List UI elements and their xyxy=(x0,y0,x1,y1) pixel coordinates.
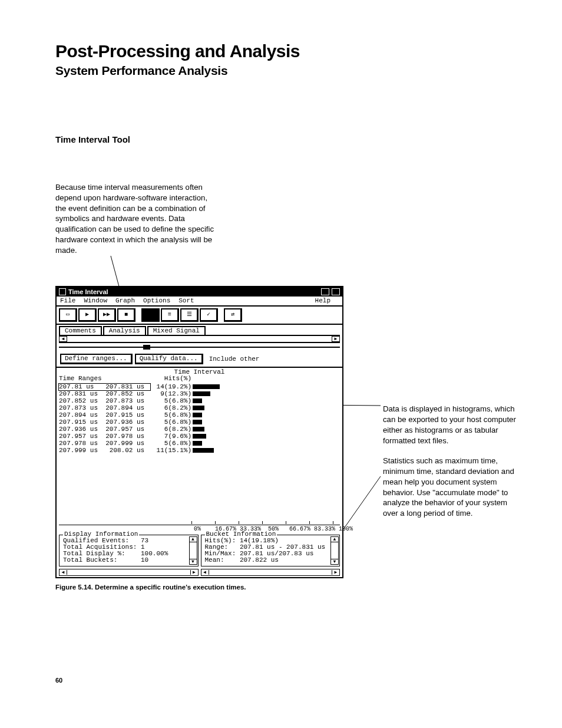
display-info-legend: Display Information xyxy=(63,531,139,538)
toolbar: ▭ ▶ ▶▶ ■ ≡ ☰ ✓ ⇄ xyxy=(57,307,342,325)
tab-comments[interactable]: Comments xyxy=(59,326,102,335)
menu-sort[interactable]: Sort xyxy=(178,298,194,304)
table-row[interactable]: 207.978 us 207.999 us5(6.8%) xyxy=(59,440,341,447)
range-cell: 207.81 us 207.831 us xyxy=(59,384,150,390)
tab-analysis[interactable]: Analysis xyxy=(103,326,146,335)
include-other-label[interactable]: Include other xyxy=(206,355,263,363)
histogram-bar xyxy=(193,420,202,424)
page-title: Post-Processing and Analysis xyxy=(55,41,521,61)
table-row[interactable]: 207.957 us 207.978 us7(9.6%) xyxy=(59,433,341,440)
bucket-mean: Mean: 207.822 us xyxy=(205,557,330,564)
table-row[interactable]: 207.831 us 207.852 us9(12.3%) xyxy=(59,390,341,397)
total-buckets: Total Buckets: 10 xyxy=(63,557,189,564)
hits-cell: 5(6.8%) xyxy=(150,412,191,419)
bucket-hscroll[interactable]: ◀▶ xyxy=(201,569,340,576)
table-row[interactable]: 207.894 us 207.915 us5(6.8%) xyxy=(59,411,341,419)
define-ranges-button[interactable]: Define ranges... xyxy=(60,354,133,364)
menu-bar: File Window Graph Options Sort Help xyxy=(57,297,342,307)
menu-file[interactable]: File xyxy=(60,298,75,304)
range-cell: 207.936 us 207.957 us xyxy=(59,426,150,433)
histogram-bar xyxy=(193,398,202,403)
hits-cell: 9(12.3%) xyxy=(150,391,191,397)
figure-caption: Figure 5.14. Determine a specific routin… xyxy=(55,584,246,591)
histogram-bar xyxy=(193,441,202,446)
open-icon[interactable]: ▭ xyxy=(59,308,77,322)
table-row[interactable]: 207.999 us 208.02 us11(15.1%) xyxy=(59,447,341,454)
page-subtitle: System Performance Analysis xyxy=(55,64,521,78)
range-cell: 207.957 us 207.978 us xyxy=(59,433,150,440)
menu-help[interactable]: Help xyxy=(315,298,330,304)
histogram-bar xyxy=(193,384,220,389)
window-sysmenu-icon[interactable] xyxy=(59,288,66,295)
menu-options[interactable]: Options xyxy=(143,298,170,304)
hits-cell: 6(8.2%) xyxy=(150,426,191,433)
check-icon[interactable]: ✓ xyxy=(200,308,218,322)
tab-scrollbar[interactable]: ◀▶ xyxy=(59,335,340,343)
range-cell: 207.852 us 207.873 us xyxy=(59,398,150,404)
range-cell: 207.873 us 207.894 us xyxy=(59,405,150,411)
bucket-scrollbar[interactable]: ▲▼ xyxy=(330,536,339,565)
histogram-bar xyxy=(193,427,204,431)
hits-cell: 14(19.2%) xyxy=(150,384,191,390)
intro-paragraph: Because time interval measurements often… xyxy=(55,182,216,256)
hits-cell: 7(9.6%) xyxy=(150,433,191,440)
display-scrollbar[interactable]: ▲▼ xyxy=(189,536,197,565)
column-time-ranges: Time Ranges xyxy=(59,375,150,382)
histogram-bar xyxy=(193,448,214,453)
qualify-data-button[interactable]: Qualify data... xyxy=(135,354,203,364)
range-cell: 207.915 us 207.936 us xyxy=(59,419,150,426)
hits-cell: 6(8.2%) xyxy=(150,405,191,411)
window-titlebar[interactable]: Time Interval xyxy=(57,287,342,297)
table-row[interactable]: 207.936 us 207.957 us6(8.2%) xyxy=(59,426,341,433)
column-hits: Hits(%) xyxy=(150,375,191,382)
hits-cell: 5(6.8%) xyxy=(150,419,191,426)
bucket-info-legend: Bucket Information xyxy=(205,531,277,538)
page-number: 60 xyxy=(55,677,62,684)
column-headers: Time Ranges Hits(%) xyxy=(57,375,342,383)
hits-cell: 5(6.8%) xyxy=(150,398,191,404)
window-title: Time Interval xyxy=(68,289,108,295)
annotation-statistics: Statistics such as maximum time, minimum… xyxy=(383,456,524,519)
histogram-bar xyxy=(193,391,210,396)
histogram-bar xyxy=(193,406,204,410)
range-cell: 207.831 us 207.852 us xyxy=(59,391,150,397)
menu-window[interactable]: Window xyxy=(84,298,107,304)
display-information-panel: Display Information Qualified Events: 73… xyxy=(59,535,199,566)
table-row[interactable]: 207.915 us 207.936 us5(6.8%) xyxy=(59,419,341,426)
section-title: Time Interval Tool xyxy=(55,134,521,144)
stop-icon[interactable]: ■ xyxy=(117,308,135,322)
mode-icon[interactable] xyxy=(141,308,160,322)
bucket-information-panel: Bucket Information Hits(%): 14(19.18%) R… xyxy=(201,535,340,566)
hits-cell: 11(15.1%) xyxy=(150,447,191,454)
options-row: Define ranges... Qualify data... Include… xyxy=(57,351,342,368)
shuffle-icon[interactable]: ⇄ xyxy=(224,308,242,322)
range-cell: 207.894 us 207.915 us xyxy=(59,412,150,419)
maximize-icon[interactable] xyxy=(332,288,340,295)
histogram-rows: 207.81 us 207.831 us14(19.2%)207.831 us … xyxy=(57,383,342,521)
run-repeat-icon[interactable]: ▶▶ xyxy=(98,308,116,322)
table-row[interactable]: 207.81 us 207.831 us14(19.2%) xyxy=(59,383,341,390)
list-icon[interactable]: ☰ xyxy=(180,308,199,322)
table-row[interactable]: 207.873 us 207.894 us6(8.2%) xyxy=(59,404,341,411)
annotation-histogram: Data is displayed in histograms, which c… xyxy=(383,404,524,446)
menu-graph[interactable]: Graph xyxy=(115,298,135,304)
time-interval-window: Time Interval File Window Graph Options … xyxy=(55,286,343,578)
display-hscroll[interactable]: ◀▶ xyxy=(59,569,199,576)
tab-row: Comments Analysis Mixed Signal xyxy=(57,325,342,335)
run-icon[interactable]: ▶ xyxy=(78,308,97,322)
table-row[interactable]: 207.852 us 207.873 us5(6.8%) xyxy=(59,397,341,404)
hits-cell: 5(6.8%) xyxy=(150,440,191,447)
range-cell: 207.978 us 207.999 us xyxy=(59,440,150,447)
histogram-bar xyxy=(193,413,202,417)
zoom-slider[interactable] xyxy=(59,345,340,350)
tab-mixed-signal[interactable]: Mixed Signal xyxy=(147,326,206,335)
format-icon[interactable]: ≡ xyxy=(161,308,179,322)
histogram-bar xyxy=(193,434,206,439)
range-cell: 207.999 us 208.02 us xyxy=(59,447,150,454)
minimize-icon[interactable] xyxy=(321,288,329,295)
